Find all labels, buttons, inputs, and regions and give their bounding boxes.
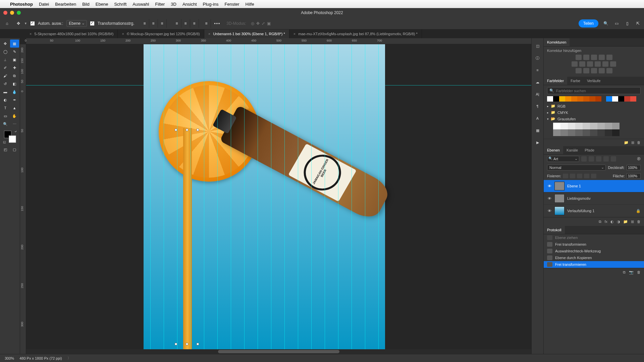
swap-colors-icon[interactable]: ⤾ — [14, 130, 17, 133]
adjustment-layer-icon[interactable]: ◑ — [617, 220, 620, 224]
character-panel-icon[interactable]: A| — [534, 90, 541, 98]
transform-controls-checkbox[interactable] — [90, 21, 94, 25]
zoom-tool-icon[interactable]: 🔍 — [1, 120, 10, 128]
tab-doc-2[interactable]: ×Unbenannt-1 bei 300% (Ebene 1, RGB/8*) … — [204, 29, 289, 38]
vertical-guide[interactable] — [177, 44, 177, 349]
link-layers-icon[interactable]: ⧉ — [599, 220, 601, 224]
edit-toolbar-icon[interactable]: ⋯ — [10, 120, 19, 128]
lock-position-icon[interactable] — [577, 174, 582, 178]
filter-pixel-icon[interactable] — [581, 156, 587, 162]
swatch[interactable] — [575, 129, 583, 136]
align-right-icon[interactable]: ≡ — [158, 19, 167, 28]
vibrance-icon[interactable] — [606, 55, 612, 60]
vertical-guide[interactable] — [244, 44, 245, 349]
align-hcenter-icon[interactable]: ≡ — [149, 19, 158, 28]
lock-all-icon[interactable] — [591, 174, 596, 178]
swatch[interactable] — [553, 96, 559, 102]
app-name[interactable]: Photoshop — [10, 2, 33, 7]
3d-pan-icon[interactable]: ✥ — [256, 21, 260, 26]
home-icon[interactable]: ⌂ — [3, 19, 11, 28]
maximize-icon[interactable] — [17, 11, 21, 15]
layer-row[interactable]: 👁Ebene 1 — [544, 180, 644, 192]
swatch-new-icon[interactable]: ⊞ — [631, 140, 634, 145]
horizontal-ruler[interactable]: 0501001502002503003504004505005506006507… — [26, 38, 531, 44]
search-icon[interactable]: 🔍 — [602, 20, 609, 27]
vertical-guide[interactable] — [352, 44, 352, 349]
filter-toggle-icon[interactable]: ⦿ — [637, 157, 641, 161]
swatch[interactable] — [547, 96, 553, 102]
quick-select-tool-icon[interactable]: ✎ — [10, 48, 19, 56]
styles-panel-icon[interactable]: ▦ — [534, 127, 541, 134]
posterize-icon[interactable] — [583, 68, 589, 73]
share-button[interactable]: Teilen — [579, 19, 598, 27]
3d-camera-icon[interactable]: ▣ — [267, 21, 271, 26]
swatch[interactable] — [583, 129, 590, 136]
lock-artboard-icon[interactable] — [584, 174, 589, 178]
3d-slide-icon[interactable]: ⤢ — [262, 21, 265, 26]
swatch[interactable] — [577, 96, 583, 102]
vertical-guide[interactable] — [164, 44, 164, 349]
vertical-guide[interactable] — [150, 44, 151, 349]
menu-ansicht[interactable]: Ansicht — [182, 2, 197, 7]
adjustments-panel-icon[interactable]: ≡ — [534, 66, 541, 74]
swatch[interactable] — [565, 96, 571, 102]
visibility-icon[interactable]: 👁 — [547, 209, 552, 213]
hand-tool-icon[interactable]: ✋ — [10, 112, 19, 120]
more-align-icon[interactable]: ••• — [214, 21, 221, 26]
export-icon[interactable]: ⇱ — [635, 20, 641, 27]
swatch[interactable] — [612, 123, 620, 129]
artboard-tool-icon[interactable]: ▦ — [10, 40, 19, 48]
tab-kanaele[interactable]: Kanäle — [563, 146, 581, 154]
auto-select-target[interactable]: Ebene — [66, 20, 87, 27]
filter-adjust-icon[interactable] — [589, 156, 594, 162]
tab-pfade[interactable]: Pfade — [581, 146, 598, 154]
history-step[interactable]: Ebene ziehen — [544, 234, 644, 241]
frame-tool-icon[interactable]: ▣ — [10, 56, 19, 64]
eyedropper-tool-icon[interactable]: ✐ — [1, 64, 10, 72]
move-tool-icon[interactable]: ✥ — [15, 20, 22, 27]
swatch[interactable] — [560, 129, 568, 136]
swatch[interactable] — [560, 123, 568, 129]
gradient-tool-icon[interactable]: ▬ — [1, 88, 10, 96]
invert-icon[interactable] — [576, 68, 582, 73]
history-brush-icon[interactable]: ↺ — [1, 80, 10, 88]
vertical-guide[interactable] — [338, 44, 338, 349]
threshold-icon[interactable] — [591, 68, 597, 73]
vertical-guide[interactable] — [231, 44, 231, 349]
filter-shape-icon[interactable] — [603, 156, 609, 162]
workspace-icon[interactable]: ▭ — [613, 20, 620, 27]
lock-pixels-icon[interactable] — [570, 174, 575, 178]
menu-ebene[interactable]: Ebene — [96, 2, 108, 7]
doc-info[interactable]: 480 Px x 1800 Px (72 ppi) — [19, 356, 62, 360]
doc-info-chevron-icon[interactable]: 〉 — [67, 356, 71, 361]
crop-tool-icon[interactable]: ⟂ — [1, 56, 10, 64]
close-icon[interactable] — [3, 11, 7, 15]
swatch[interactable] — [568, 129, 575, 136]
align-bottom-icon[interactable]: ≡ — [190, 19, 199, 28]
colorlookup-icon[interactable] — [610, 61, 616, 67]
lock-transparent-icon[interactable] — [563, 174, 568, 178]
menu-hilfe[interactable]: Hilfe — [246, 2, 254, 7]
swatch[interactable] — [559, 96, 565, 102]
close-tab-icon[interactable]: × — [208, 32, 210, 36]
tab-farbe[interactable]: Farbe — [567, 77, 584, 85]
selective-icon[interactable] — [599, 68, 605, 73]
swatch-search-input[interactable] — [556, 89, 638, 93]
swatch-folder-graustufen[interactable]: ▾📂Graustufen — [544, 116, 644, 122]
history-trash-icon[interactable]: 🗑 — [637, 270, 641, 275]
vertical-guide[interactable] — [204, 44, 204, 349]
document-canvas[interactable]: JAMAICAN GINGER BEER — [26, 44, 531, 349]
document[interactable]: JAMAICAN GINGER BEER — [144, 44, 385, 349]
visibility-icon[interactable]: 👁 — [547, 196, 552, 200]
tab-doc-1[interactable]: ×© Mockup-Skyscraper.jpg bei 120% (RGB/8… — [118, 29, 204, 38]
background-color[interactable] — [9, 135, 16, 143]
swatch[interactable] — [568, 123, 575, 129]
swatch-trash-icon[interactable]: 🗑 — [637, 140, 641, 145]
swatch[interactable] — [618, 96, 624, 102]
swatch[interactable] — [590, 123, 597, 129]
swatch[interactable] — [575, 123, 583, 129]
tab-doc-3[interactable]: ×mae-mu-XTztXbv6gMs-unsplash.jpg bei 87,… — [289, 29, 422, 38]
lock-icon[interactable]: 🔒 — [636, 209, 641, 213]
info-panel-icon[interactable]: ⓘ — [534, 54, 541, 62]
quickmask-icon[interactable]: ◰ — [1, 145, 10, 154]
